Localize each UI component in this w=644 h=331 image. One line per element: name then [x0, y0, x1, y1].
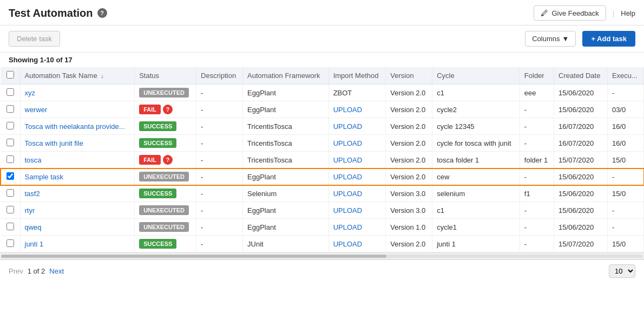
- row-description: -: [196, 185, 243, 202]
- task-name-link[interactable]: werwer: [25, 106, 48, 114]
- scrollbar-track[interactable]: [1, 255, 643, 258]
- help-icon[interactable]: ?: [97, 8, 107, 18]
- import-method-link[interactable]: UPLOAD: [333, 106, 362, 114]
- task-name-link[interactable]: rtyr: [25, 206, 35, 215]
- import-method-link[interactable]: UPLOAD: [333, 240, 362, 248]
- import-method-link[interactable]: UPLOAD: [333, 206, 362, 215]
- row-created-date: 16/07/2020: [554, 118, 608, 135]
- pagination: Prev 1 of 2 Next 102050: [0, 259, 644, 282]
- row-description: -: [196, 152, 243, 168]
- table-row[interactable]: Sample taskUNEXECUTED-EggPlantUPLOADVers…: [1, 168, 644, 185]
- col-header-cycle[interactable]: Cycle: [432, 67, 520, 85]
- row-framework: EggPlant: [243, 101, 329, 118]
- status-badge: FAIL: [139, 155, 161, 165]
- table-row[interactable]: junti 1SUCCESS-JUnitUPLOADVersion 2.0jun…: [1, 236, 644, 252]
- row-name[interactable]: werwer: [20, 101, 135, 118]
- task-name-link[interactable]: qweq: [25, 223, 42, 231]
- task-name-link[interactable]: tasf2: [25, 190, 40, 198]
- table-row[interactable]: xyzUNEXECUTED-EggPlantZBOTVersion 2.0c1e…: [1, 85, 644, 101]
- col-header-import[interactable]: Import Method: [328, 67, 386, 85]
- task-name-link[interactable]: tosca: [25, 156, 42, 164]
- row-checkbox[interactable]: [6, 206, 14, 213]
- row-import-method[interactable]: UPLOAD: [328, 202, 386, 219]
- row-import-method[interactable]: UPLOAD: [328, 168, 386, 185]
- row-import-method[interactable]: UPLOAD: [328, 219, 386, 236]
- row-name[interactable]: rtyr: [20, 202, 135, 219]
- add-task-button[interactable]: + Add task: [582, 31, 635, 47]
- col-header-name[interactable]: Automation Task Name ↓: [20, 67, 135, 85]
- row-version: Version 3.0: [386, 202, 432, 219]
- row-checkbox[interactable]: [6, 88, 14, 96]
- row-framework: TricentisTosca: [243, 118, 329, 135]
- table-row[interactable]: toscaFAIL?-TricentisToscaUPLOADVersion 2…: [1, 152, 644, 168]
- row-name[interactable]: Tosca with junit file: [20, 135, 135, 152]
- task-name-link[interactable]: junti 1: [25, 240, 44, 248]
- row-import-method[interactable]: UPLOAD: [328, 236, 386, 252]
- import-method-link[interactable]: UPLOAD: [333, 122, 362, 131]
- import-method-link[interactable]: UPLOAD: [333, 190, 362, 198]
- col-header-framework[interactable]: Automation Framework: [243, 67, 329, 85]
- task-name-link[interactable]: xyz: [25, 89, 36, 97]
- row-name[interactable]: Sample task: [20, 168, 135, 185]
- import-method-link[interactable]: UPLOAD: [333, 223, 362, 231]
- row-name[interactable]: tasf2: [20, 185, 135, 202]
- status-badge: UNEXECUTED: [139, 172, 189, 181]
- row-import-method[interactable]: UPLOAD: [328, 101, 386, 118]
- import-method-link[interactable]: UPLOAD: [333, 139, 362, 147]
- table-row[interactable]: rtyrUNEXECUTED-EggPlantUPLOADVersion 3.0…: [1, 202, 644, 219]
- select-all-header[interactable]: [1, 67, 20, 85]
- row-checkbox[interactable]: [6, 122, 14, 129]
- task-name-link[interactable]: Sample task: [25, 173, 64, 181]
- table-row[interactable]: werwerFAIL?-EggPlantUPLOADVersion 2.0cyc…: [1, 101, 644, 118]
- horizontal-scrollbar[interactable]: [0, 253, 644, 259]
- next-button[interactable]: Next: [49, 267, 64, 275]
- col-header-execu[interactable]: Execu...: [607, 67, 643, 85]
- row-checkbox-cell: [1, 135, 20, 152]
- import-method-link[interactable]: UPLOAD: [333, 173, 362, 181]
- row-checkbox[interactable]: [6, 139, 14, 146]
- row-folder: -: [520, 202, 554, 219]
- row-name[interactable]: junti 1: [20, 236, 135, 252]
- table-row[interactable]: Tosca with junit fileSUCCESS-TricentisTo…: [1, 135, 644, 152]
- scrollbar-thumb[interactable]: [1, 255, 386, 258]
- task-name-link[interactable]: Tosca with neelakanta provide...: [25, 122, 125, 131]
- import-method-link[interactable]: UPLOAD: [333, 156, 362, 164]
- per-page-select[interactable]: 102050: [609, 264, 635, 278]
- select-all-checkbox[interactable]: [6, 71, 14, 79]
- header-divider: |: [613, 9, 614, 17]
- help-link[interactable]: Help: [621, 9, 635, 17]
- table-row[interactable]: qweqUNEXECUTED-EggPlantUPLOADVersion 1.0…: [1, 219, 644, 236]
- row-import-method[interactable]: UPLOAD: [328, 185, 386, 202]
- table-row[interactable]: Tosca with neelakanta provide...SUCCESS-…: [1, 118, 644, 135]
- row-import-method[interactable]: UPLOAD: [328, 152, 386, 168]
- row-name[interactable]: qweq: [20, 219, 135, 236]
- col-header-created[interactable]: Created Date: [554, 67, 608, 85]
- row-execu: 16/0: [607, 135, 643, 152]
- row-import-method[interactable]: UPLOAD: [328, 135, 386, 152]
- delete-task-button[interactable]: Delete task: [9, 31, 60, 47]
- row-import-method[interactable]: UPLOAD: [328, 118, 386, 135]
- give-feedback-button[interactable]: 🖉 Give Feedback: [534, 5, 606, 21]
- row-name[interactable]: tosca: [20, 152, 135, 168]
- table-row[interactable]: tasf2SUCCESS-SeleniumUPLOADVersion 3.0se…: [1, 185, 644, 202]
- row-import-method[interactable]: ZBOT: [328, 85, 386, 101]
- row-cycle: cycle 12345: [432, 118, 520, 135]
- question-icon[interactable]: ?: [163, 105, 173, 114]
- task-name-link[interactable]: Tosca with junit file: [25, 139, 83, 147]
- question-icon[interactable]: ?: [163, 155, 173, 165]
- row-checkbox[interactable]: [6, 155, 14, 163]
- columns-button[interactable]: Columns ▼: [525, 31, 576, 47]
- row-checkbox[interactable]: [6, 239, 14, 247]
- row-name[interactable]: xyz: [20, 85, 135, 101]
- col-header-folder[interactable]: Folder: [520, 67, 554, 85]
- row-checkbox[interactable]: [6, 189, 14, 197]
- col-header-status[interactable]: Status: [135, 67, 196, 85]
- col-header-description[interactable]: Description: [196, 67, 243, 85]
- col-header-version[interactable]: Version: [386, 67, 432, 85]
- row-checkbox-cell: [1, 152, 20, 168]
- row-name[interactable]: Tosca with neelakanta provide...: [20, 118, 135, 135]
- row-checkbox[interactable]: [6, 105, 14, 113]
- row-version: Version 2.0: [386, 101, 432, 118]
- row-checkbox[interactable]: [6, 172, 14, 180]
- row-checkbox[interactable]: [6, 223, 14, 230]
